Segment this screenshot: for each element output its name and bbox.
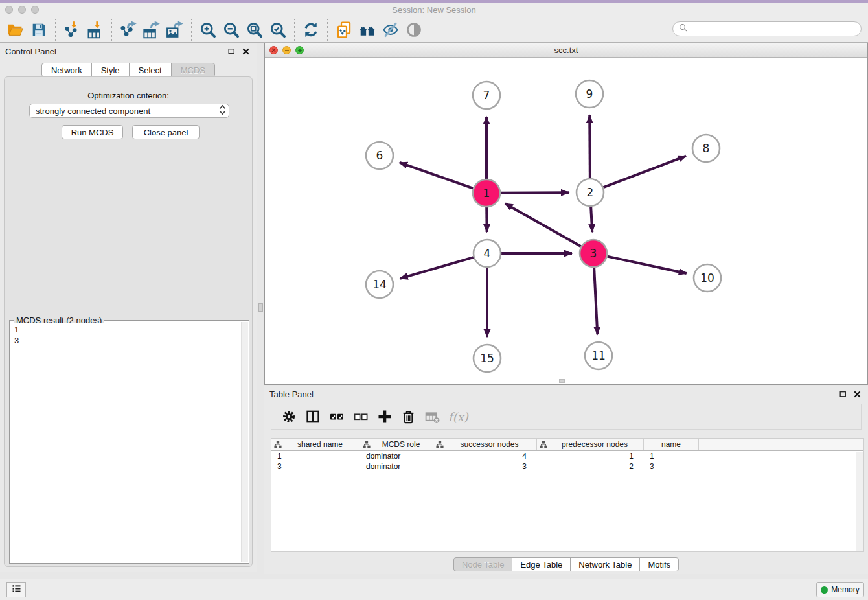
first-neighbors-icon[interactable] xyxy=(356,19,379,41)
table-cell[interactable]: 4 xyxy=(433,452,537,461)
node-9[interactable]: 9 xyxy=(576,80,603,108)
optimization-criterion-select[interactable]: strongly connected component xyxy=(29,104,229,118)
table-panel: Table Panel f(x) shared nameMCDS rolesuc… xyxy=(264,386,868,574)
zoom-in-icon[interactable] xyxy=(196,19,220,41)
node-6[interactable]: 6 xyxy=(366,142,393,169)
table-cell[interactable]: 2 xyxy=(537,462,644,471)
deselect-all-icon[interactable] xyxy=(348,406,372,428)
node-8[interactable]: 8 xyxy=(692,135,720,162)
table-row[interactable]: 3dominator323 xyxy=(271,461,863,472)
export-table-icon[interactable] xyxy=(140,19,163,41)
edge-2-9[interactable] xyxy=(589,115,590,178)
float-panel-icon[interactable] xyxy=(225,45,237,57)
tab-network[interactable]: Network xyxy=(41,63,92,77)
tab-select[interactable]: Select xyxy=(129,63,172,77)
column-header-predecessor-nodes[interactable]: predecessor nodes xyxy=(537,439,644,450)
tab-mcds[interactable]: MCDS xyxy=(171,63,215,77)
table-cell[interactable]: 3 xyxy=(271,462,360,471)
split-divider-handle[interactable] xyxy=(258,303,263,312)
edge-1-2[interactable] xyxy=(501,192,569,193)
titlebar: Session: New Session xyxy=(0,3,868,17)
show-all-icon xyxy=(402,19,426,41)
export-image-icon[interactable] xyxy=(163,19,187,41)
tab-network-table[interactable]: Network Table xyxy=(570,557,640,571)
mcds-result-scrollbar[interactable] xyxy=(241,322,248,562)
table-cell[interactable]: dominator xyxy=(360,452,433,461)
column-header-shared-name[interactable]: shared name xyxy=(271,439,360,450)
edge-2-3[interactable] xyxy=(591,207,592,232)
edge-4-14[interactable] xyxy=(400,257,474,279)
settings-gear-icon[interactable] xyxy=(277,406,301,428)
node-14[interactable]: 14 xyxy=(366,271,393,298)
network-scroll-handle[interactable] xyxy=(559,379,565,383)
tab-node-table[interactable]: Node Table xyxy=(453,557,513,571)
float-table-panel-icon[interactable] xyxy=(837,388,849,400)
clone-network-icon[interactable] xyxy=(332,19,356,41)
run-mcds-button[interactable]: Run MCDS xyxy=(62,125,123,139)
node-11[interactable]: 11 xyxy=(585,342,612,369)
edge-1-6[interactable] xyxy=(400,163,473,189)
toolbar-separator xyxy=(294,19,295,41)
edge-3-10[interactable] xyxy=(608,257,687,273)
delete-column-icon[interactable] xyxy=(396,406,420,428)
mcds-result-group: MCDS result (2 nodes) 1 3 xyxy=(9,320,249,564)
export-network-icon[interactable] xyxy=(117,19,140,41)
import-table-icon[interactable] xyxy=(84,19,107,41)
column-type-icon xyxy=(363,441,371,448)
refresh-icon[interactable] xyxy=(299,19,323,41)
node-3[interactable]: 3 xyxy=(580,240,607,267)
close-table-panel-icon[interactable] xyxy=(851,388,863,400)
svg-text:10: 10 xyxy=(700,271,714,284)
edge-2-8[interactable] xyxy=(604,156,687,187)
tab-style[interactable]: Style xyxy=(91,63,130,77)
table-cell[interactable]: dominator xyxy=(360,462,433,471)
close-panel-button[interactable]: Close panel xyxy=(132,125,200,139)
save-session-icon[interactable] xyxy=(27,19,51,41)
select-all-icon[interactable] xyxy=(325,406,348,428)
network-window-titlebar[interactable]: scc.txt xyxy=(265,43,867,58)
import-network-icon[interactable] xyxy=(60,19,84,41)
zoom-selected-icon[interactable] xyxy=(266,19,290,41)
column-header-successor-nodes[interactable]: successor nodes xyxy=(433,439,537,450)
edge-3-11[interactable] xyxy=(594,268,597,334)
memory-button[interactable]: Memory xyxy=(816,582,864,597)
edge-3-1[interactable] xyxy=(505,203,581,246)
close-panel-icon[interactable] xyxy=(240,45,251,57)
add-column-icon[interactable] xyxy=(372,406,396,428)
window-title: Session: New Session xyxy=(0,5,868,15)
table-scrollbar[interactable] xyxy=(856,452,863,551)
control-panel: Control Panel NetworkStyleSelectMCDS Opt… xyxy=(0,43,257,572)
table-cell[interactable]: 3 xyxy=(644,462,699,471)
mcds-result-text[interactable]: 1 3 xyxy=(10,323,240,562)
table-cell[interactable]: 1 xyxy=(644,452,699,461)
function-builder-icon[interactable]: f(x) xyxy=(444,410,468,424)
column-header-name[interactable]: name xyxy=(644,439,699,450)
node-2[interactable]: 2 xyxy=(577,179,604,206)
task-history-button[interactable] xyxy=(6,582,26,597)
node-10[interactable]: 10 xyxy=(694,264,721,292)
table-tabs: Node TableEdge TableNetwork TableMotifs xyxy=(264,557,868,571)
hide-selected-icon[interactable] xyxy=(379,19,402,41)
search-input[interactable] xyxy=(689,23,861,35)
svg-text:7: 7 xyxy=(483,89,490,102)
node-15[interactable]: 15 xyxy=(474,345,501,372)
zoom-out-icon[interactable] xyxy=(220,19,243,41)
table-row[interactable]: 1dominator411 xyxy=(271,451,863,461)
column-type-icon xyxy=(540,441,547,448)
node-7[interactable]: 7 xyxy=(473,82,500,109)
tab-edge-table[interactable]: Edge Table xyxy=(512,557,571,571)
node-1[interactable]: 1 xyxy=(473,179,500,207)
open-session-icon[interactable] xyxy=(4,19,27,41)
table-header-row: shared nameMCDS rolesuccessor nodesprede… xyxy=(271,439,863,451)
column-header-MCDS-role[interactable]: MCDS role xyxy=(360,439,433,450)
control-panel-tabs: NetworkStyleSelectMCDS xyxy=(0,63,257,77)
table-cell[interactable]: 3 xyxy=(433,462,537,471)
node-4[interactable]: 4 xyxy=(474,240,501,267)
table-cell[interactable]: 1 xyxy=(271,452,360,461)
column-layout-icon[interactable] xyxy=(301,406,325,428)
tab-motifs[interactable]: Motifs xyxy=(639,557,679,571)
zoom-fit-icon[interactable] xyxy=(243,19,266,41)
network-canvas[interactable]: 7968124314101511 xyxy=(265,58,867,384)
search-box[interactable] xyxy=(672,21,862,36)
table-cell[interactable]: 1 xyxy=(537,452,644,461)
